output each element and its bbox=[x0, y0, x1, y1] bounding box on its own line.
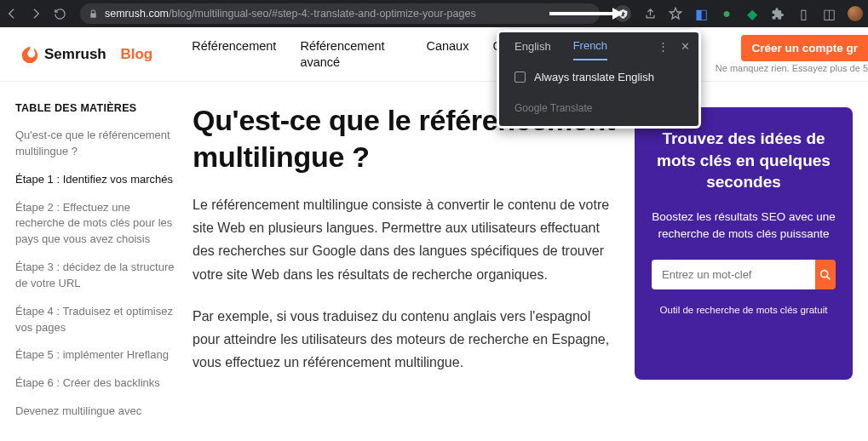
forward-icon[interactable] bbox=[29, 7, 43, 20]
extension-icon[interactable]: ◆ bbox=[745, 7, 759, 20]
extensions-icon[interactable] bbox=[771, 7, 785, 20]
toolbar-right-icons: ◧ ● ◆ ▯ ◫ bbox=[614, 5, 863, 22]
translate-popup: English French ⋮ ✕ Always translate Engl… bbox=[497, 30, 701, 129]
sidepanel-icon[interactable]: ◫ bbox=[822, 7, 836, 20]
toc-item[interactable]: Étape 3 : décidez de la structure de vot… bbox=[15, 260, 177, 292]
profile-avatar[interactable] bbox=[848, 6, 863, 21]
star-icon[interactable] bbox=[669, 7, 682, 20]
keyword-input[interactable] bbox=[652, 260, 815, 289]
page-body: TABLE DES MATIÈRES Qu'est-ce que le réfé… bbox=[0, 82, 868, 432]
header-subtext: Ne manquez rien. Essayez plus de 5 bbox=[716, 63, 868, 73]
nav-referencing[interactable]: Référencement bbox=[192, 38, 276, 69]
translate-footer: Google Translate bbox=[499, 94, 698, 126]
always-translate-checkbox[interactable] bbox=[514, 72, 526, 83]
toc-item[interactable]: Qu'est-ce que le référencement multiling… bbox=[15, 128, 177, 160]
logo-text: Semrush bbox=[44, 46, 106, 63]
keyword-search-button[interactable] bbox=[815, 260, 836, 289]
always-translate-label: Always translate English bbox=[534, 71, 654, 83]
toc-item[interactable]: Étape 6 : Créer des backlinks bbox=[15, 375, 177, 392]
article-paragraph: Par exemple, si vous traduisez du conten… bbox=[193, 305, 619, 375]
browser-toolbar: semrush.com/blog/multilingual-seo/#step-… bbox=[0, 0, 868, 27]
back-icon[interactable] bbox=[5, 7, 19, 20]
url-text: semrush.com/blog/multilingual-seo/#step-… bbox=[105, 8, 476, 20]
nav-advanced[interactable]: Référencement avancé bbox=[300, 38, 402, 69]
nav-button-group bbox=[5, 7, 66, 20]
close-icon[interactable]: ✕ bbox=[681, 40, 690, 53]
kebab-icon[interactable]: ⋮ bbox=[658, 40, 669, 53]
extension-icon[interactable]: ● bbox=[720, 7, 733, 20]
toc-item[interactable]: Étape 2 : Effectuez une recherche de mot… bbox=[15, 200, 177, 249]
main-nav: Référencement Référencement avancé Canau… bbox=[192, 38, 539, 69]
translate-tab-english[interactable]: English bbox=[514, 40, 551, 60]
article-paragraph: Le référencement multilingue consiste à … bbox=[193, 193, 619, 286]
share-icon[interactable] bbox=[643, 7, 657, 20]
address-bar[interactable]: semrush.com/blog/multilingual-seo/#step-… bbox=[80, 3, 600, 24]
promo-subtitle: Boostez les résultats SEO avec une reche… bbox=[652, 209, 836, 243]
svg-point-0 bbox=[821, 271, 828, 278]
toc-item[interactable]: Étape 4 : Traduisez et optimisez vos pag… bbox=[15, 304, 177, 336]
site-header: Semrush Blog Référencement Référencement… bbox=[0, 27, 868, 82]
keyword-promo-card: Trouvez des idées de mots clés en quelqu… bbox=[635, 107, 853, 380]
logo-flame-icon bbox=[20, 45, 39, 64]
article: Qu'est-ce que le référencement multiling… bbox=[193, 102, 619, 432]
table-of-contents: TABLE DES MATIÈRES Qu'est-ce que le réfé… bbox=[15, 102, 177, 432]
bookmarks-icon[interactable]: ▯ bbox=[796, 7, 810, 20]
translate-tab-french[interactable]: French bbox=[573, 39, 607, 60]
extension-icon[interactable]: ◧ bbox=[694, 7, 708, 20]
create-account-button[interactable]: Créer un compte gr bbox=[741, 35, 868, 61]
nav-channels[interactable]: Canaux bbox=[426, 38, 468, 69]
promo-footer: Outil de recherche de mots clés gratuit bbox=[660, 305, 828, 315]
toc-title: TABLE DES MATIÈRES bbox=[15, 102, 177, 114]
site-logo[interactable]: Semrush Blog bbox=[20, 45, 152, 64]
promo-title: Trouvez des idées de mots clés en quelqu… bbox=[652, 128, 836, 193]
logo-suffix: Blog bbox=[120, 46, 152, 63]
reload-icon[interactable] bbox=[53, 7, 66, 20]
lock-icon bbox=[89, 9, 98, 19]
toc-item[interactable]: Étape 1 : Identifiez vos marchés bbox=[15, 172, 177, 188]
toc-item[interactable]: Étape 5 : implémenter Hreflang bbox=[15, 347, 177, 364]
toc-item[interactable]: Devenez multilingue avec bbox=[15, 404, 177, 420]
search-icon bbox=[819, 268, 832, 282]
annotation-arrow bbox=[549, 12, 622, 15]
